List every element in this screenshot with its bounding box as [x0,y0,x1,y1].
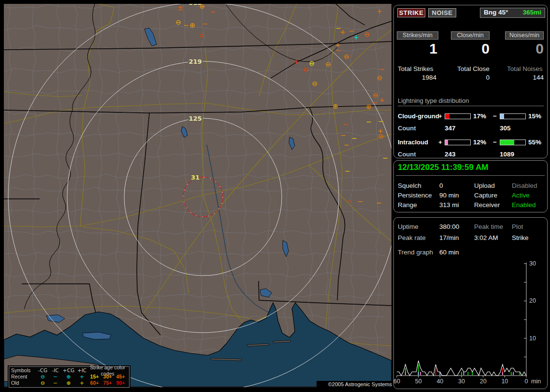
strike-cg_pos-icon: ⊕ [199,4,205,10]
plus-sign-2: + [438,139,442,146]
persistence-value: 90 min [439,192,459,199]
strike-cg_neg-icon: ⊖ [325,60,331,68]
strike-pm-icon: ± [199,31,204,39]
plot-label: Plot [512,223,523,230]
range-ring-label: 219 [188,58,202,65]
recent-cg-neg-icon: ⊖ [36,374,49,380]
strike-map[interactable]: 31125219313 ±⊕−⊖−⊕−±+−+−⊖++−⊖+⊖⊖⊖−⊖⊖⊖⊕⊕+… [4,4,391,387]
bearing-range-box: Bng 45° 365mi [480,8,545,18]
ic-pos-pct: 12% [473,139,486,146]
legend-old-label: Old [11,380,36,386]
minus-sign: − [493,112,497,120]
legend-header-ic-pos: +IC [76,367,88,374]
cg-count-label: Count [398,125,416,132]
legend-recent-label: Recent [11,374,36,380]
uptime-value: 380:00 [439,223,459,230]
strike-ic_neg-icon: − [346,197,352,205]
map-canvas[interactable]: 31125219313 ±⊕−⊖−⊕−±+−+−⊖++−⊖+⊖⊖⊖−⊖⊖⊖⊕⊕+… [4,4,391,387]
trend-y-tick-label: 20 [529,297,536,304]
intracloud-label: Intracloud [398,139,428,146]
trend-y-tick-label: 30 [529,260,536,267]
strike-ic_neg-icon: − [357,197,363,205]
lightning-detector-app: 31125219313 ±⊕−⊖−⊕−±+−+−⊖++−⊖+⊖⊖⊖−⊖⊖⊖⊕⊕+… [0,0,550,392]
peak-rate-value: 17/min [439,234,459,241]
strike-mode-button[interactable]: STRIKE [397,8,425,17]
old-cg-pos-icon: ⊕ [61,380,76,386]
close-per-min-button[interactable]: Close/min [451,31,490,40]
status-panel: 12/13/2025 11:39:59 AM Squelch 0 Upload … [393,160,548,212]
strike-cg_neg-icon: ⊖ [378,132,384,140]
cg-pos-count: 347 [445,125,456,132]
recent-ic-pos-icon: + [76,374,88,380]
strike-cg_neg-icon: ⊖ [175,18,181,26]
strike-ic_neg-icon: − [340,131,346,139]
trend-x-tick-label: 10 [501,378,508,385]
strikes-per-min-value: 1 [397,41,437,56]
copyright-notice: ©2005 Astrogenic Systems [317,381,393,388]
old-ic-pos-icon: + [76,380,88,386]
age-15: 15+ [88,374,101,380]
trend-y-tick-label: 10 [529,335,536,342]
receiver-label: Receiver [474,201,500,209]
strike-cg_neg-icon: ⊖ [376,74,382,82]
bearing-range-value: 365mi [523,9,541,16]
strike-ic_neg-icon: − [345,167,350,175]
legend-header-symbols: Symbols [11,367,36,374]
total-strikes-value: 1984 [396,74,436,81]
strike-ic_neg-icon: − [210,8,216,15]
trend-graph: 1020306050403020100min [394,259,547,385]
trend-x-tick-label: 0 [525,378,528,385]
age-90: 90+ [114,380,127,386]
age-60: 60+ [88,380,101,386]
trend-window-value: 60 min [439,249,459,256]
total-close-label: Total Close [457,65,490,72]
minus-sign-2: − [493,139,497,146]
strike-cg_neg-icon: ⊖ [344,53,349,60]
strike-ic_neg-icon: − [366,118,372,126]
cg-pos-pct: 17% [473,112,486,120]
receiver-status: Enabled [512,201,536,209]
total-close-value: 0 [449,74,490,81]
strikes-per-min-button[interactable]: Strikes/min [397,31,438,40]
trend-graph-label: Trend graph [398,249,433,256]
strike-ic_pos-icon: + [353,33,359,41]
strike-ic_neg-icon: − [335,46,341,54]
cg-pos-bar [445,113,471,119]
age-45: 45+ [114,374,127,380]
range-ring-label: 31 [191,174,200,181]
total-strikes-label: Total Strikes [398,65,434,72]
strike-cg_neg-icon: ⊖ [303,66,309,73]
bearing-label: Bng 45° [484,9,508,16]
strike-ic_neg-icon: − [376,199,382,207]
cg-neg-count: 305 [500,125,511,132]
trend-x-tick-label: 50 [415,378,422,385]
age-75: 75+ [101,380,114,386]
old-ic-neg-icon: − [49,380,61,386]
trend-x-tick-label: 20 [480,378,487,385]
range-value: 313 mi [439,201,459,209]
legend-header-cg-neg: -CG [36,367,49,374]
total-noises-value: 144 [503,74,544,81]
recent-cg-pos-icon: ⊕ [61,374,76,380]
capture-status: Active [512,192,530,199]
strike-cg_pos-icon: ⊕ [333,102,338,110]
strike-ic_neg-icon: − [351,134,357,142]
cg-neg-bar [500,113,526,119]
legend-header-cg-pos: +CG [61,367,76,374]
strike-ic_neg-icon: − [343,120,348,128]
uptime-label: Uptime [398,223,419,230]
strike-ic_pos-icon: + [293,58,299,66]
cloud-ground-label: Cloud-ground [398,112,439,120]
noise-mode-button[interactable]: NOISE [428,8,456,17]
strike-cg_neg-icon: ⊖ [312,80,318,87]
persistence-label: Persistence [398,192,432,199]
strike-ic_pos-icon: + [340,28,346,36]
age-30: 30+ [101,374,114,380]
noises-per-min-button[interactable]: Noises/min [505,31,544,40]
plus-sign: + [438,112,442,120]
ic-pos-count: 243 [445,151,456,158]
trend-x-tick-label: 60 [394,378,400,385]
upload-label: Upload [474,182,495,189]
ic-neg-pct: 55% [528,139,541,146]
strike-ic_neg-icon: − [344,141,349,149]
